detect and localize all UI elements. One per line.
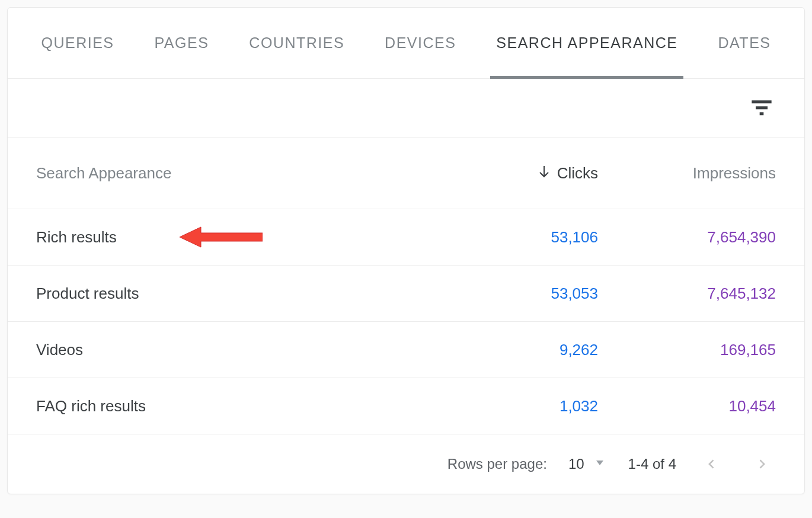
sort-arrow-down-icon: [537, 164, 551, 183]
row-label: Product results: [36, 284, 420, 303]
page-next-button[interactable]: [747, 450, 776, 478]
rows-per-page-value: 10: [568, 456, 584, 472]
row-clicks: 53,053: [420, 284, 598, 303]
row-label: FAQ rich results: [36, 397, 420, 415]
pagination-bar: Rows per page: 10 1-4 of 4: [8, 434, 804, 494]
tab-dates[interactable]: DATES: [715, 8, 773, 78]
rows-per-page-label: Rows per page:: [447, 456, 547, 472]
row-label: Rich results: [36, 228, 420, 247]
dropdown-icon: [593, 455, 607, 473]
page-prev-button[interactable]: [698, 450, 726, 478]
table-row[interactable]: Product results 53,053 7,645,132: [8, 266, 804, 322]
tab-devices[interactable]: DEVICES: [382, 8, 458, 78]
tabs-bar: QUERIES PAGES COUNTRIES DEVICES SEARCH A…: [8, 8, 804, 79]
tab-search-appearance[interactable]: SEARCH APPEARANCE: [494, 8, 680, 78]
row-clicks: 1,032: [420, 397, 598, 415]
table-row[interactable]: Rich results 53,106 7,654,390: [8, 209, 804, 266]
filter-bar: [8, 79, 804, 138]
column-header-clicks[interactable]: Clicks: [420, 164, 598, 183]
column-header-clicks-label: Clicks: [557, 164, 598, 183]
svg-rect-2: [760, 112, 764, 115]
tab-countries[interactable]: COUNTRIES: [247, 8, 347, 78]
tab-pages[interactable]: PAGES: [152, 8, 212, 78]
row-label: Videos: [36, 341, 420, 359]
tab-queries[interactable]: QUERIES: [39, 8, 117, 78]
table-row[interactable]: FAQ rich results 1,032 10,454: [8, 378, 804, 434]
table-header: Search Appearance Clicks Impressions: [8, 138, 804, 209]
row-clicks: 53,106: [420, 228, 598, 247]
row-impressions: 10,454: [598, 397, 776, 415]
search-appearance-card: QUERIES PAGES COUNTRIES DEVICES SEARCH A…: [7, 7, 805, 494]
pagination-range: 1-4 of 4: [628, 456, 676, 472]
row-impressions: 7,654,390: [598, 228, 776, 247]
row-impressions: 169,165: [598, 341, 776, 359]
filter-icon[interactable]: [750, 95, 773, 121]
row-clicks: 9,262: [420, 341, 598, 359]
svg-rect-0: [752, 100, 771, 103]
column-header-impressions-label: Impressions: [693, 164, 776, 183]
column-header-dimension[interactable]: Search Appearance: [36, 164, 420, 183]
row-impressions: 7,645,132: [598, 284, 776, 303]
column-header-impressions[interactable]: Impressions: [598, 164, 776, 183]
rows-per-page-selector[interactable]: 10: [568, 455, 607, 473]
svg-marker-5: [596, 461, 603, 465]
table-row[interactable]: Videos 9,262 169,165: [8, 322, 804, 378]
svg-rect-1: [756, 106, 768, 109]
